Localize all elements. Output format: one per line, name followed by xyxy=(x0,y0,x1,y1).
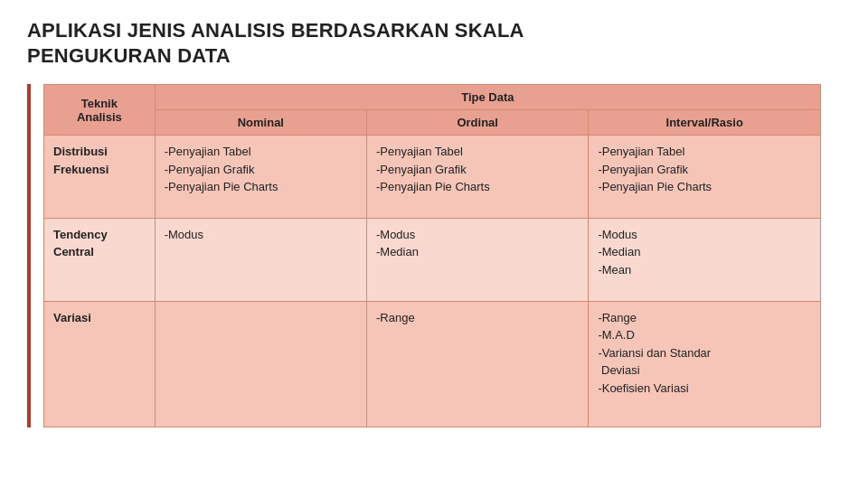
variasi-ordinal: -Range xyxy=(366,301,588,427)
tendency-ordinal: -Modus-Median xyxy=(366,218,588,301)
tipe-data-header: Tipe Data xyxy=(155,85,820,110)
header-row-sub: Nominal Ordinal Interval/Rasio xyxy=(44,110,821,136)
distribusi-interval: -Penyajian Tabel-Penyajian Grafik-Penyaj… xyxy=(589,136,821,219)
variasi-interval: -Range-M.A.D-Variansi dan Standar Devias… xyxy=(589,301,821,427)
page-title: APLIKASI JENIS ANALISIS BERDASARKAN SKAL… xyxy=(27,18,841,68)
header-row-top: TeknikAnalisis Tipe Data xyxy=(44,85,821,110)
row-label-distribusi: DistribusiFrekuensi xyxy=(44,136,156,219)
table-row: DistribusiFrekuensi -Penyajian Tabel-Pen… xyxy=(44,136,821,219)
nominal-header: Nominal xyxy=(155,110,366,136)
ordinal-header: Ordinal xyxy=(366,110,588,136)
interval-header: Interval/Rasio xyxy=(589,110,821,136)
table-row: TendencyCentral -Modus -Modus-Median -Mo… xyxy=(44,218,821,301)
tendency-interval: -Modus-Median-Mean xyxy=(589,218,821,301)
left-border xyxy=(27,84,31,427)
title-line1: APLIKASI JENIS ANALISIS BERDASARKAN SKAL… xyxy=(27,19,524,42)
table-body: DistribusiFrekuensi -Penyajian Tabel-Pen… xyxy=(44,136,821,427)
tendency-nominal: -Modus xyxy=(155,218,366,301)
page: APLIKASI JENIS ANALISIS BERDASARKAN SKAL… xyxy=(0,0,868,488)
variasi-nominal xyxy=(155,301,366,427)
row-label-variasi: Variasi xyxy=(44,301,156,427)
table-row: Variasi -Range -Range-M.A.D-Variansi dan… xyxy=(44,301,821,427)
distribusi-ordinal: -Penyajian Tabel-Penyajian Grafik-Penyaj… xyxy=(366,136,588,219)
title-line2: PENGUKURAN DATA xyxy=(27,44,231,67)
row-label-tendency: TendencyCentral xyxy=(44,218,156,301)
analysis-table: TeknikAnalisis Tipe Data Nominal Ordinal… xyxy=(43,84,821,427)
teknik-analisis-header: TeknikAnalisis xyxy=(44,85,156,136)
distribusi-nominal: -Penyajian Tabel-Penyajian Grafik-Penyaj… xyxy=(155,136,366,219)
